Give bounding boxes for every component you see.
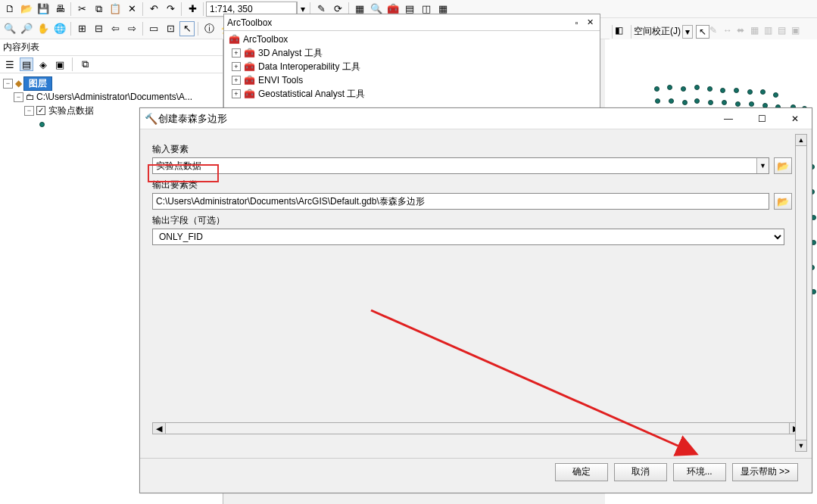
close-icon[interactable]: ✕	[583, 17, 597, 28]
tree-dataset[interactable]: − 🗀 C:\Users\Administrator\Documents\A..…	[3, 90, 220, 104]
dialog-titlebar[interactable]: 🔨 创建泰森多边形 — ☐ ✕	[140, 108, 812, 129]
vertical-scrollbar[interactable]: ▲ ▼	[795, 134, 807, 452]
scroll-up-icon[interactable]: ▲	[795, 134, 807, 146]
dialog-body: 输入要素 ▼ 📂 输出要素类 📂 输出字段（可选） ONLY_FID ◀ ▶ ▲	[140, 129, 812, 458]
toolbox-item[interactable]: + 🧰 Geostatistical Analyst 工具	[229, 87, 595, 101]
list-drawing-order-icon[interactable]: ☰	[3, 58, 17, 71]
output-field-select[interactable]: ONLY_FID	[152, 229, 784, 245]
sa-grid-icon[interactable]: ▦	[750, 25, 764, 39]
layers-icon: ◆	[15, 78, 22, 89]
new-icon[interactable]: 🗋	[2, 2, 17, 17]
scroll-left-icon[interactable]: ◀	[152, 422, 166, 434]
dropdown-icon[interactable]: ▾	[682, 25, 693, 39]
input-features-combo[interactable]: ▼	[152, 157, 769, 174]
separator	[72, 58, 73, 71]
expander-minus-icon[interactable]: −	[24, 106, 34, 116]
map-point	[735, 101, 741, 107]
toolbox-item[interactable]: + 🧰 3D Analyst 工具	[229, 46, 595, 60]
map-point	[707, 86, 713, 92]
toolbox-item[interactable]: + 🧰 ENVI Tools	[229, 73, 595, 87]
sa-link-icon[interactable]: ↔	[723, 25, 737, 39]
expander-plus-icon[interactable]: +	[232, 62, 241, 71]
toc-title: 内容列表	[0, 39, 223, 55]
cancel-button[interactable]: 取消	[614, 463, 667, 481]
layer-label: 实验点数据	[48, 104, 94, 117]
list-visibility-icon[interactable]: ◈	[36, 58, 50, 71]
pan-icon[interactable]: ✋	[36, 21, 51, 36]
scroll-down-icon[interactable]: ▼	[795, 440, 807, 452]
browse-button[interactable]: 📂	[774, 193, 792, 210]
output-field-row: ONLY_FID	[152, 229, 792, 245]
map-point	[694, 98, 700, 104]
expander-minus-icon[interactable]: −	[3, 79, 13, 89]
fixed-zoom-out-icon[interactable]: ⊟	[91, 21, 106, 36]
redo-icon[interactable]: ↷	[163, 2, 178, 17]
delete-icon[interactable]: ✕	[124, 2, 139, 17]
next-extent-icon[interactable]: ⇨	[124, 21, 139, 36]
toolbox-root-icon: 🧰	[229, 34, 240, 45]
expander-minus-icon[interactable]: −	[14, 92, 23, 102]
toolbox-icon: 🧰	[244, 75, 255, 86]
output-field-label: 输出字段（可选）	[152, 214, 792, 227]
sa-table-icon[interactable]: ▥	[764, 25, 778, 39]
toolbox-item[interactable]: + 🧰 Data Interoperability 工具	[229, 60, 595, 73]
list-selection-icon[interactable]: ▣	[53, 58, 67, 71]
full-extent-icon[interactable]: 🌐	[52, 21, 67, 36]
clear-selection-icon[interactable]: ⊡	[163, 21, 178, 36]
expander-plus-icon[interactable]: +	[232, 48, 241, 58]
save-icon[interactable]: 💾	[36, 2, 51, 17]
cut-icon[interactable]: ✂	[74, 2, 89, 17]
add-layer-icon[interactable]: ✚	[185, 2, 200, 17]
horizontal-scrollbar[interactable]: ◀ ▶	[152, 422, 803, 435]
fixed-zoom-in-icon[interactable]: ⊞	[74, 21, 89, 36]
ok-button[interactable]: 确定	[555, 463, 608, 481]
open-icon[interactable]: 📂	[19, 2, 34, 17]
zoom-in-icon[interactable]: 🔍	[2, 21, 17, 36]
output-fc-input[interactable]	[152, 193, 769, 210]
input-features-input[interactable]	[153, 158, 756, 173]
folder-icon: 🗀	[26, 92, 35, 102]
hammer-icon: 🔨	[145, 113, 158, 125]
toolbox-root[interactable]: 🧰 ArcToolbox	[229, 33, 595, 46]
map-point	[667, 85, 672, 90]
paste-icon[interactable]: 📋	[108, 2, 123, 17]
sa-view-icon[interactable]: ▤	[778, 25, 791, 39]
sa-attr-icon[interactable]: ▣	[791, 25, 805, 39]
arctoolbox-title: ArcToolbox	[227, 17, 569, 28]
tree-root-layers[interactable]: − ◆ 图层	[3, 76, 220, 90]
select-features-icon[interactable]: ▭	[146, 21, 161, 36]
separator	[203, 2, 204, 16]
toolbox-item-label: Data Interoperability 工具	[258, 61, 360, 73]
browse-button[interactable]: 📂	[774, 157, 792, 174]
map-point	[694, 85, 700, 90]
zoom-out-icon[interactable]: 🔎	[19, 21, 34, 36]
show-help-button[interactable]: 显示帮助 >>	[732, 463, 798, 481]
copy-icon[interactable]: ⧉	[91, 2, 106, 17]
print-icon[interactable]: 🖶	[52, 2, 67, 17]
minimize-icon[interactable]: —	[712, 109, 745, 129]
scroll-track[interactable]	[795, 146, 807, 440]
scroll-track[interactable]	[166, 422, 789, 434]
dock-icon[interactable]: ▫	[569, 17, 583, 28]
expander-plus-icon[interactable]: +	[232, 76, 241, 85]
toolbox-icon: 🧰	[244, 48, 255, 59]
identify-icon[interactable]: ⓘ	[201, 21, 217, 36]
environments-button[interactable]: 环境...	[673, 463, 726, 481]
dropdown-icon[interactable]: ▼	[756, 158, 769, 173]
maximize-icon[interactable]: ☐	[745, 109, 778, 129]
sa-tool-icon[interactable]: ✎	[709, 25, 723, 39]
sa-modlink-icon[interactable]: ⬌	[737, 25, 750, 39]
expander-plus-icon[interactable]: +	[232, 89, 241, 98]
undo-icon[interactable]: ↶	[146, 2, 161, 17]
prev-extent-icon[interactable]: ⇦	[108, 21, 123, 36]
close-icon[interactable]: ✕	[778, 109, 812, 129]
options-icon[interactable]: ⧉	[78, 58, 92, 71]
map-point	[773, 92, 778, 98]
select-elements-icon[interactable]: ↖	[179, 21, 195, 36]
toolbox-icon: 🧰	[244, 61, 255, 73]
sa-icon1[interactable]: ◧	[615, 25, 628, 39]
layer-checkbox[interactable]: ✓	[36, 106, 45, 115]
select-arrow-icon[interactable]: ↖	[696, 25, 709, 39]
list-by-source-icon[interactable]: ▤	[20, 58, 33, 71]
map-point	[722, 100, 727, 105]
